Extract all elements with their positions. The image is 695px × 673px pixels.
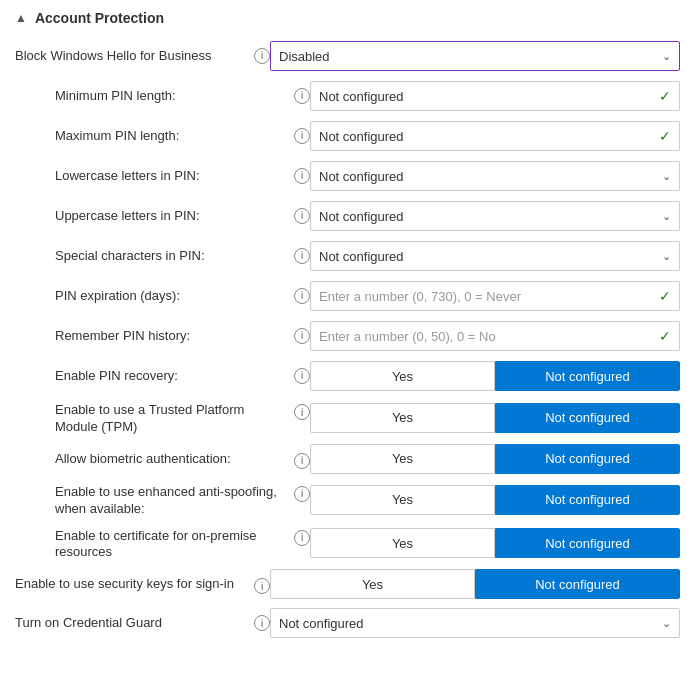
control-tpm: Yes Not configured bbox=[310, 403, 680, 433]
toggle-tpm: Yes Not configured bbox=[310, 403, 680, 433]
toggle-security-keys: Yes Not configured bbox=[270, 569, 680, 599]
dropdown-value: Not configured bbox=[319, 169, 404, 184]
control-min-pin: Not configured ✓ bbox=[310, 81, 680, 111]
control-pin-recovery: Yes Not configured bbox=[310, 361, 680, 391]
control-special: Not configured ⌄ bbox=[310, 241, 680, 271]
label-text: Special characters in PIN: bbox=[55, 248, 289, 265]
label-text: Enable PIN recovery: bbox=[55, 368, 289, 385]
dropdown-lowercase[interactable]: Not configured ⌄ bbox=[310, 161, 680, 191]
info-icon-max-pin[interactable]: i bbox=[294, 128, 310, 144]
collapse-icon[interactable]: ▲ bbox=[15, 11, 27, 25]
info-icon-min-pin[interactable]: i bbox=[294, 88, 310, 104]
label-text: Enable to use security keys for sign-in bbox=[15, 576, 249, 593]
label-text: Lowercase letters in PIN: bbox=[55, 168, 289, 185]
control-pin-expiration: Enter a number (0, 730), 0 = Never ✓ bbox=[310, 281, 680, 311]
info-icon-special[interactable]: i bbox=[294, 248, 310, 264]
toggle-yes-btn[interactable]: Yes bbox=[310, 485, 495, 515]
control-antispoofing: Yes Not configured bbox=[310, 485, 680, 515]
row-biometric: Allow biometric authentication: i Yes No… bbox=[15, 444, 680, 474]
info-icon-antispoofing[interactable]: i bbox=[294, 486, 310, 502]
toggle-yes-btn[interactable]: Yes bbox=[310, 403, 495, 433]
control-remember-pin: Enter a number (0, 50), 0 = No ✓ bbox=[310, 321, 680, 351]
label-text: Remember PIN history: bbox=[55, 328, 289, 345]
checkmark-icon: ✓ bbox=[659, 288, 671, 304]
dropdown-value: Not configured bbox=[279, 616, 364, 631]
dropdown-max-pin[interactable]: Not configured ✓ bbox=[310, 121, 680, 151]
info-icon-pin-recovery[interactable]: i bbox=[294, 368, 310, 384]
dropdown-value: Not configured bbox=[319, 89, 404, 104]
toggle-not-configured-btn[interactable]: Not configured bbox=[475, 569, 680, 599]
checkmark-icon: ✓ bbox=[659, 328, 671, 344]
label-text: Enable to use enhanced anti-spoofing, wh… bbox=[55, 484, 289, 518]
toggle-yes-btn[interactable]: Yes bbox=[310, 528, 495, 558]
label-biometric: Allow biometric authentication: i bbox=[55, 449, 310, 469]
checkmark-icon: ✓ bbox=[659, 88, 671, 104]
row-pin-expiration: PIN expiration (days): i Enter a number … bbox=[15, 280, 680, 312]
toggle-yes-btn[interactable]: Yes bbox=[270, 569, 475, 599]
row-min-pin-length: Minimum PIN length: i Not configured ✓ bbox=[15, 80, 680, 112]
label-antispoofing: Enable to use enhanced anti-spoofing, wh… bbox=[55, 482, 310, 518]
row-special-chars-pin: Special characters in PIN: i Not configu… bbox=[15, 240, 680, 272]
row-enable-tpm: Enable to use a Trusted Platform Module … bbox=[15, 400, 680, 436]
label-uppercase-pin: Uppercase letters in PIN: i bbox=[55, 208, 310, 225]
toggle-certificate: Yes Not configured bbox=[310, 528, 680, 558]
input-pin-expiration[interactable]: Enter a number (0, 730), 0 = Never ✓ bbox=[310, 281, 680, 311]
label-pin-expiration: PIN expiration (days): i bbox=[55, 288, 310, 305]
section-header: ▲ Account Protection bbox=[15, 10, 680, 26]
toggle-antispoofing: Yes Not configured bbox=[310, 485, 680, 515]
label-text: Maximum PIN length: bbox=[55, 128, 289, 145]
row-block-windows-hello: Block Windows Hello for Business i Disab… bbox=[15, 40, 680, 72]
info-icon-remember-pin[interactable]: i bbox=[294, 328, 310, 344]
toggle-pin-recovery: Yes Not configured bbox=[310, 361, 680, 391]
dropdown-chevron-icon: ⌄ bbox=[662, 170, 671, 183]
input-placeholder: Enter a number (0, 730), 0 = Never bbox=[319, 289, 521, 304]
label-text: Turn on Credential Guard bbox=[15, 615, 249, 632]
toggle-not-configured-btn[interactable]: Not configured bbox=[495, 485, 680, 515]
label-text: Minimum PIN length: bbox=[55, 88, 289, 105]
dropdown-credential-guard[interactable]: Not configured ⌄ bbox=[270, 608, 680, 638]
label-special-chars-pin: Special characters in PIN: i bbox=[55, 248, 310, 265]
info-icon-lowercase[interactable]: i bbox=[294, 168, 310, 184]
info-icon-block-windows-hello[interactable]: i bbox=[254, 48, 270, 64]
row-uppercase-pin: Uppercase letters in PIN: i Not configur… bbox=[15, 200, 680, 232]
toggle-not-configured-btn[interactable]: Not configured bbox=[495, 403, 680, 433]
label-enable-tpm: Enable to use a Trusted Platform Module … bbox=[55, 400, 310, 436]
info-icon-credential-guard[interactable]: i bbox=[254, 615, 270, 631]
row-antispoofing: Enable to use enhanced anti-spoofing, wh… bbox=[15, 482, 680, 518]
info-icon-certificate[interactable]: i bbox=[294, 530, 310, 546]
label-lowercase-pin: Lowercase letters in PIN: i bbox=[55, 168, 310, 185]
label-credential-guard: Turn on Credential Guard i bbox=[15, 615, 270, 632]
toggle-not-configured-btn[interactable]: Not configured bbox=[495, 528, 680, 558]
toggle-not-configured-btn[interactable]: Not configured bbox=[495, 361, 680, 391]
dropdown-uppercase[interactable]: Not configured ⌄ bbox=[310, 201, 680, 231]
input-remember-pin[interactable]: Enter a number (0, 50), 0 = No ✓ bbox=[310, 321, 680, 351]
row-security-keys: Enable to use security keys for sign-in … bbox=[15, 569, 680, 599]
label-min-pin-length: Minimum PIN length: i bbox=[55, 88, 310, 105]
row-credential-guard: Turn on Credential Guard i Not configure… bbox=[15, 607, 680, 639]
section-title: Account Protection bbox=[35, 10, 164, 26]
dropdown-chevron-icon: ⌄ bbox=[662, 250, 671, 263]
toggle-yes-btn[interactable]: Yes bbox=[310, 444, 495, 474]
dropdown-special[interactable]: Not configured ⌄ bbox=[310, 241, 680, 271]
label-text: Enable to certificate for on-premise res… bbox=[55, 528, 289, 562]
account-protection-panel: ▲ Account Protection Block Windows Hello… bbox=[0, 0, 695, 657]
dropdown-value: Not configured bbox=[319, 249, 404, 264]
dropdown-chevron-icon: ⌄ bbox=[662, 50, 671, 63]
label-max-pin-length: Maximum PIN length: i bbox=[55, 128, 310, 145]
toggle-biometric: Yes Not configured bbox=[310, 444, 680, 474]
toggle-not-configured-btn[interactable]: Not configured bbox=[495, 444, 680, 474]
dropdown-block-windows-hello[interactable]: Disabled ⌄ bbox=[270, 41, 680, 71]
row-max-pin-length: Maximum PIN length: i Not configured ✓ bbox=[15, 120, 680, 152]
toggle-yes-btn[interactable]: Yes bbox=[310, 361, 495, 391]
row-remember-pin: Remember PIN history: i Enter a number (… bbox=[15, 320, 680, 352]
row-certificate: Enable to certificate for on-premise res… bbox=[15, 526, 680, 562]
dropdown-min-pin[interactable]: Not configured ✓ bbox=[310, 81, 680, 111]
info-icon-tpm[interactable]: i bbox=[294, 404, 310, 420]
input-placeholder: Enter a number (0, 50), 0 = No bbox=[319, 329, 496, 344]
info-icon-biometric[interactable]: i bbox=[294, 453, 310, 469]
info-icon-expiration[interactable]: i bbox=[294, 288, 310, 304]
dropdown-value: Not configured bbox=[319, 209, 404, 224]
info-icon-security-keys[interactable]: i bbox=[254, 578, 270, 594]
info-icon-uppercase[interactable]: i bbox=[294, 208, 310, 224]
control-credential-guard: Not configured ⌄ bbox=[270, 608, 680, 638]
